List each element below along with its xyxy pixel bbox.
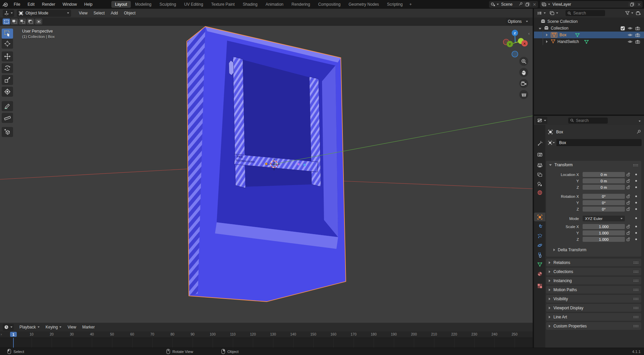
- properties-tab-material[interactable]: [534, 269, 545, 278]
- mode-selector[interactable]: Object Mode: [17, 10, 71, 17]
- viewport-menu-object[interactable]: Object: [121, 11, 139, 15]
- pan-icon[interactable]: [519, 68, 528, 77]
- properties-options-dropdown[interactable]: [639, 118, 641, 123]
- tab-rendering[interactable]: Rendering: [288, 1, 314, 8]
- viewlayer-selector[interactable]: ViewLayer ✕: [540, 1, 643, 8]
- timeline-menu-playback[interactable]: Playback: [16, 325, 43, 329]
- field-value[interactable]: 0°: [583, 194, 625, 199]
- outliner-display-mode-button[interactable]: [536, 10, 547, 17]
- properties-tab-data[interactable]: [534, 260, 545, 269]
- disable-in-renders-toggle[interactable]: [635, 27, 640, 30]
- new-viewlayer-button[interactable]: [629, 2, 636, 6]
- select-mode-invert[interactable]: [27, 18, 34, 25]
- tab-compositing[interactable]: Compositing: [314, 1, 344, 8]
- lock-icon[interactable]: [627, 207, 631, 212]
- tool-add-cube[interactable]: [2, 127, 13, 137]
- zoom-icon[interactable]: [519, 57, 528, 66]
- menu-help[interactable]: Help: [80, 0, 96, 9]
- expand-arrow[interactable]: [546, 39, 548, 44]
- field-value[interactable]: 1.000: [583, 224, 625, 229]
- object-name-field[interactable]: Box: [556, 139, 642, 146]
- transform-panel-header[interactable]: Transform: [546, 161, 641, 169]
- tool-annotate[interactable]: [2, 101, 13, 111]
- unlink-scene-button[interactable]: ✕: [531, 2, 538, 7]
- options-dropdown[interactable]: Options: [506, 18, 530, 25]
- field-value[interactable]: 1.000: [583, 230, 625, 235]
- disable-in-renders-toggle[interactable]: [635, 33, 640, 37]
- animate-dot[interactable]: [635, 217, 637, 219]
- tool-select-box[interactable]: [2, 29, 13, 39]
- camera-view-icon[interactable]: [519, 79, 528, 88]
- select-mode-intersect[interactable]: [35, 18, 42, 25]
- section-collections[interactable]: Collections: [546, 268, 641, 275]
- properties-tab-modifiers[interactable]: [534, 222, 545, 231]
- tool-transform[interactable]: [2, 87, 13, 97]
- field-value[interactable]: 0°: [583, 207, 625, 212]
- tab-texture-paint[interactable]: Texture Paint: [208, 1, 238, 8]
- viewport-menu-add[interactable]: Add: [108, 11, 121, 15]
- disable-in-renders-toggle[interactable]: [635, 40, 640, 44]
- properties-tab-render[interactable]: [534, 150, 545, 159]
- hide-in-viewport-toggle[interactable]: [628, 40, 633, 43]
- select-mode-subtract[interactable]: [19, 18, 26, 25]
- scene-selector[interactable]: Scene ✕: [489, 1, 538, 8]
- hide-in-viewport-toggle[interactable]: [628, 27, 633, 30]
- section-line-art[interactable]: Line Art: [546, 313, 641, 321]
- panel-grip[interactable]: [633, 325, 639, 327]
- select-mode-new[interactable]: [3, 18, 10, 25]
- add-workspace-button[interactable]: +: [407, 1, 414, 8]
- new-collection-button[interactable]: [635, 10, 642, 17]
- tab-scripting[interactable]: Scripting: [383, 1, 407, 8]
- lock-icon[interactable]: [627, 173, 631, 177]
- tab-sculpting[interactable]: Sculpting: [156, 1, 180, 8]
- menu-render[interactable]: Render: [38, 0, 59, 9]
- lock-icon[interactable]: [627, 237, 631, 242]
- timeline-menu-view[interactable]: View: [64, 325, 79, 329]
- properties-tab-world[interactable]: [534, 188, 545, 197]
- expand-arrow[interactable]: [546, 33, 548, 37]
- field-value[interactable]: 0 m: [583, 172, 625, 177]
- menu-edit[interactable]: Edit: [24, 0, 38, 9]
- channel-expand-arrow[interactable]: ›: [1, 332, 2, 336]
- animate-dot[interactable]: [635, 232, 637, 234]
- lock-icon[interactable]: [627, 179, 631, 184]
- blender-logo-icon[interactable]: [0, 2, 10, 7]
- field-value[interactable]: 0 m: [583, 178, 625, 183]
- panel-grip[interactable]: [633, 261, 639, 264]
- section-instancing[interactable]: Instancing: [546, 277, 641, 284]
- lock-icon[interactable]: [627, 185, 631, 190]
- tab-layout[interactable]: Layout: [111, 1, 131, 8]
- rotation-mode-dropdown[interactable]: XYZ Euler: [583, 216, 625, 221]
- outliner-row-handswitch[interactable]: HandSwitch: [534, 38, 644, 45]
- panel-grip[interactable]: [633, 279, 639, 282]
- outliner-filter-button[interactable]: [624, 10, 635, 17]
- lock-icon[interactable]: [627, 231, 631, 236]
- editor-type-button[interactable]: [3, 10, 14, 17]
- animate-dot[interactable]: [635, 238, 637, 240]
- hide-in-viewport-toggle[interactable]: [628, 33, 633, 37]
- section-viewport-display[interactable]: Viewport Display: [546, 304, 641, 312]
- section-visibility[interactable]: Visibility: [546, 295, 641, 303]
- navigation-gizmo[interactable]: Z Y X: [502, 29, 529, 59]
- outliner-filter-view-button[interactable]: [548, 10, 559, 17]
- panel-grip[interactable]: [633, 307, 639, 309]
- selectable-checkbox[interactable]: [621, 26, 625, 31]
- panel-grip[interactable]: [633, 298, 639, 300]
- field-value[interactable]: 1.000: [583, 237, 625, 242]
- sidebar-toggle[interactable]: ‹: [527, 30, 531, 37]
- outliner-row-box[interactable]: Box: [534, 32, 644, 38]
- panel-grip[interactable]: [633, 289, 639, 291]
- properties-tab-texture[interactable]: [534, 281, 545, 290]
- properties-tab-viewlayer[interactable]: [534, 170, 545, 179]
- properties-tab-physics[interactable]: [534, 241, 545, 250]
- playhead-line[interactable]: [13, 338, 14, 348]
- section-relations[interactable]: Relations: [546, 259, 641, 266]
- remove-viewlayer-button[interactable]: ✕: [636, 2, 643, 7]
- animate-dot[interactable]: [635, 174, 637, 175]
- tab-shading[interactable]: Shading: [239, 1, 261, 8]
- tab-modeling[interactable]: Modeling: [131, 1, 155, 8]
- animate-dot[interactable]: [635, 226, 637, 227]
- breadcrumb-object-name[interactable]: Box: [556, 130, 563, 134]
- pin-icon[interactable]: [519, 2, 523, 7]
- outliner-search-input[interactable]: Search: [566, 10, 605, 16]
